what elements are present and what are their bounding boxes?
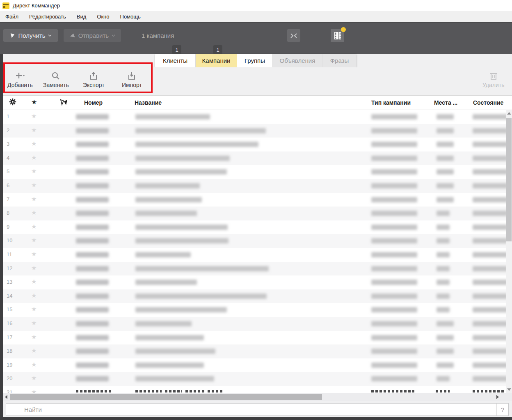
col-header-places[interactable]: Места ... [434,99,457,106]
sync-status-icon[interactable] [60,99,68,108]
menu-item-2[interactable]: Вид [71,11,92,22]
col-header-name[interactable]: Название [135,99,162,106]
table-row[interactable]: 21★ [3,386,512,393]
star-icon[interactable]: ★ [31,168,37,175]
redacted-name [135,238,229,243]
star-icon[interactable]: ★ [31,209,37,216]
star-icon[interactable]: ★ [31,181,37,189]
redacted-name [135,211,197,216]
star-icon[interactable]: ★ [31,223,37,230]
plus-dropdown-button[interactable]: Добавить [7,71,33,88]
table-row[interactable]: 8★ [3,207,512,220]
chevron-down-icon [112,34,115,37]
table-row[interactable]: 2★ [3,124,512,138]
table-row[interactable]: 12★ [3,262,512,276]
star-icon[interactable]: ★ [31,292,37,299]
tab-группы[interactable]: Группы [237,54,273,67]
tab-кампании[interactable]: Кампании [196,54,237,67]
row-number: 7 [7,196,9,202]
tab-объявления[interactable]: Объявления [273,54,322,67]
redacted-places [437,321,454,326]
inspector-panel-button[interactable] [331,29,344,42]
star-icon[interactable]: ★ [31,99,37,106]
collapse-columns-button[interactable] [287,29,300,42]
redacted-name [135,252,191,257]
star-icon[interactable]: ★ [31,319,37,327]
redacted-state [473,169,508,174]
search-help-button[interactable]: ? [496,404,508,415]
gear-icon[interactable] [9,98,16,107]
star-icon[interactable]: ★ [31,361,37,368]
star-icon[interactable]: ★ [31,112,37,120]
plus-dropdown-icon [15,71,25,80]
send-button[interactable]: Отправить [64,29,121,42]
star-icon[interactable]: ★ [31,195,37,203]
vertical-scrollbar[interactable] [506,110,512,393]
star-icon[interactable]: ★ [31,305,37,313]
scroll-left-arrow[interactable] [3,393,9,401]
row-number: 13 [7,279,12,285]
table-row[interactable]: 13★ [3,275,512,289]
star-icon[interactable]: ★ [31,333,37,341]
table-row[interactable]: 4★ [3,151,512,165]
table-row[interactable]: 19★ [3,358,512,372]
menu-item-1[interactable]: Редактировать [24,11,71,22]
table-row[interactable]: 7★ [3,193,512,207]
redacted-name [135,363,204,368]
tab-badge-campaigns: 1 [213,45,222,54]
title-bar: Директ Коммандер [0,0,512,11]
star-icon[interactable]: ★ [31,347,37,354]
scroll-up-arrow[interactable] [506,110,512,117]
horizontal-scrollbar-thumb[interactable] [10,394,322,400]
table-row[interactable]: 17★ [3,331,512,345]
table-row[interactable]: 6★ [3,179,512,193]
table-row[interactable]: 16★ [3,317,512,331]
star-icon[interactable]: ★ [31,374,37,382]
star-icon[interactable]: ★ [31,264,37,272]
table-row[interactable]: 5★ [3,165,512,179]
search-scope-cell[interactable] [6,404,17,415]
table-row[interactable]: 3★ [3,138,512,151]
menu-item-0[interactable]: Файл [0,11,24,22]
star-icon[interactable]: ★ [31,250,37,258]
table-row[interactable]: 18★ [3,344,512,358]
star-icon[interactable]: ★ [31,154,37,161]
star-icon[interactable]: ★ [31,140,37,147]
action-label: Удалить [482,82,504,88]
search-input[interactable] [17,404,496,415]
horizontal-scrollbar[interactable] [3,393,512,401]
export-button[interactable]: Экспорт [83,71,105,88]
star-icon[interactable]: ★ [31,278,37,285]
table-row[interactable]: 14★ [3,289,512,303]
col-header-campaign-type[interactable]: Тип кампании [371,99,411,106]
tab-фразы[interactable]: Фразы [322,54,357,67]
redacted-places [437,238,450,243]
menu-item-4[interactable]: Помощь [115,11,146,22]
col-header-state[interactable]: Состояние [473,99,503,106]
table-row[interactable]: 1★ [3,110,512,124]
redacted-state [473,156,508,161]
scroll-down-arrow[interactable] [506,386,512,393]
tab-клиенты[interactable]: Клиенты [155,54,196,67]
table-row[interactable]: 11★ [3,248,512,262]
table-row[interactable]: 20★ [3,372,512,386]
table-row[interactable]: 10★ [3,234,512,248]
magnifier-button[interactable]: Заменить [43,71,69,88]
menu-item-3[interactable]: Окно [91,11,114,22]
redacted-state [473,197,508,202]
app-logo-icon [2,2,9,9]
star-icon[interactable]: ★ [31,126,37,134]
col-header-number[interactable]: Номер [84,99,103,106]
get-button[interactable]: Получить [3,29,58,42]
redacted-places [437,266,450,271]
delete-button[interactable]: Удалить [482,71,504,88]
star-icon[interactable]: ★ [31,236,37,244]
redacted-name [135,114,210,119]
row-number: 4 [7,155,9,161]
scroll-right-arrow[interactable] [495,393,501,401]
redacted-campaign-type [371,335,417,340]
table-row[interactable]: 15★ [3,303,512,317]
import-button[interactable]: Импорт [122,71,142,88]
table-row[interactable]: 9★ [3,220,512,234]
vertical-scrollbar-thumb[interactable] [506,118,512,241]
